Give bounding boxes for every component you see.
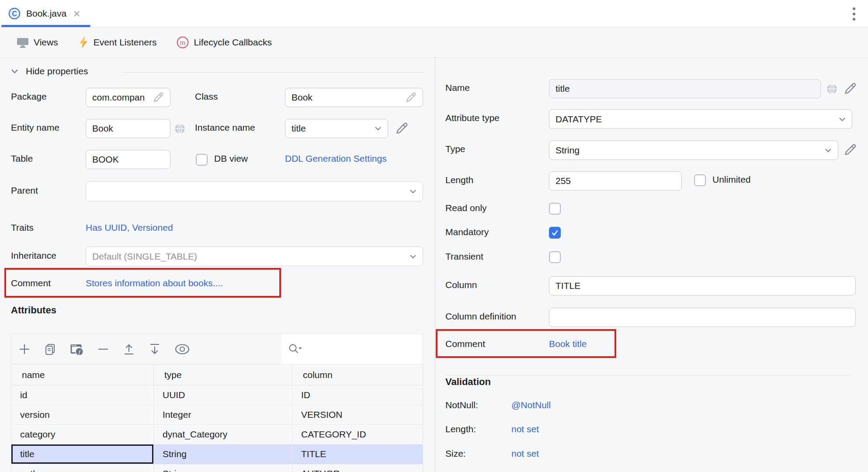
table-row-title-selected[interactable]: title String TITLE [11, 444, 423, 464]
copy-icon[interactable] [44, 343, 56, 355]
hide-properties-label: Hide properties [26, 66, 88, 76]
globe-icon[interactable] [174, 123, 186, 135]
type-dropdown[interactable]: String [549, 140, 838, 160]
inheritance-placeholder: Default (SINGLE_TABLE) [92, 251, 410, 262]
toolbar-item-views[interactable]: Views [17, 37, 58, 48]
length-value: 255 [556, 176, 675, 186]
cell-type[interactable]: String [154, 444, 292, 464]
name-field[interactable]: title [549, 79, 821, 98]
column-header-column: column [292, 364, 423, 385]
attributes-toolbar: f [11, 334, 423, 364]
name-label: Name [445, 83, 470, 93]
toolbar-item-lifecycle-callbacks[interactable]: m Lifecycle Callbacks [177, 36, 272, 49]
close-icon[interactable] [73, 10, 81, 18]
validation-notnull-label: NotNull: [445, 400, 478, 410]
edit-pencil-icon[interactable] [153, 92, 164, 103]
move-down-icon[interactable] [149, 343, 161, 356]
lightning-icon [78, 36, 89, 49]
cell-name[interactable]: title [11, 444, 154, 464]
tab-title: Book.java [26, 8, 66, 19]
table-row-version[interactable]: version Integer VERSION [11, 405, 423, 425]
class-value: Book [292, 92, 405, 103]
package-value: com.compan [92, 92, 153, 103]
cell-name[interactable]: version [11, 405, 154, 425]
validation-notnull-link[interactable]: @NotNull [511, 400, 551, 410]
attribute-type-dropdown[interactable]: DATATYPE [549, 109, 852, 129]
table-row-author[interactable]: author String AUTHOR [11, 464, 423, 472]
cell-column[interactable]: ID [292, 385, 423, 405]
chevron-down-icon [375, 126, 382, 131]
parent-dropdown[interactable] [86, 181, 423, 201]
cell-type[interactable]: String [154, 464, 292, 472]
column-header-name: name [11, 364, 154, 385]
validation-length-link[interactable]: not set [511, 424, 539, 434]
entity-name-field[interactable]: Book [86, 119, 170, 138]
edit-pencil-icon[interactable] [844, 143, 857, 156]
inheritance-dropdown[interactable]: Default (SINGLE_TABLE) [86, 246, 423, 266]
attributes-heading: Attributes [11, 305, 56, 316]
remove-icon[interactable] [97, 343, 109, 355]
active-tab-underline [1, 25, 90, 27]
type-label: Type [445, 144, 465, 154]
add-icon[interactable] [18, 343, 31, 355]
ddl-generation-settings-link[interactable]: DDL Generation Settings [285, 153, 387, 164]
read-only-checkbox[interactable] [549, 203, 561, 215]
instance-name-dropdown[interactable]: title [285, 119, 388, 138]
db-view-checkbox[interactable] [196, 154, 208, 166]
attributes-search-field[interactable] [282, 334, 423, 364]
toolbar-item-label: Lifecycle Callbacks [194, 37, 272, 48]
cell-column[interactable]: VERSION [292, 405, 423, 425]
column-value: TITLE [556, 281, 849, 291]
column-definition-field[interactable] [549, 308, 856, 327]
mandatory-checkbox[interactable] [549, 227, 561, 239]
new-window-f-icon[interactable]: f [70, 343, 83, 356]
attribute-type-value: DATATYPE [556, 114, 839, 125]
cell-name[interactable]: category [11, 425, 154, 444]
visibility-icon[interactable] [174, 344, 190, 355]
cell-type[interactable]: Integer [154, 405, 292, 425]
globe-icon[interactable] [826, 83, 838, 95]
column-field[interactable]: TITLE [549, 276, 856, 295]
table-row-id[interactable]: id UUID ID [11, 385, 423, 405]
cell-type[interactable]: UUID [154, 385, 292, 405]
cell-column[interactable]: CATEGORY_ID [292, 425, 423, 444]
attributes-header-row: name type column [11, 364, 423, 385]
cell-type[interactable]: dynat_Category [154, 425, 292, 444]
cell-name[interactable]: id [11, 385, 154, 405]
column-definition-label: Column definition [445, 311, 516, 322]
kebab-menu-icon[interactable] [852, 7, 856, 21]
svg-text:C: C [12, 10, 17, 17]
edit-pencil-icon[interactable] [395, 122, 408, 135]
tab-book-java[interactable]: C Book.java [0, 0, 81, 27]
chevron-down-icon [11, 69, 18, 74]
cell-column[interactable]: TITLE [292, 444, 423, 464]
hide-properties-toggle[interactable]: Hide properties [11, 66, 88, 76]
edit-pencil-icon[interactable] [405, 92, 417, 103]
edit-pencil-icon[interactable] [844, 82, 857, 95]
length-field[interactable]: 255 [549, 171, 682, 191]
unlimited-checkbox[interactable] [694, 174, 706, 186]
chevron-down-icon [410, 254, 417, 259]
search-icon [288, 343, 303, 355]
annotation-box-entity-comment [4, 268, 281, 298]
validation-heading: Validation [445, 376, 491, 388]
package-field[interactable]: com.compan [86, 88, 170, 107]
cell-name[interactable]: author [11, 464, 154, 472]
attribute-type-label: Attribute type [445, 113, 500, 123]
checkmark-icon [551, 229, 559, 237]
validation-size-link[interactable]: not set [511, 448, 539, 459]
validation-separator [445, 375, 852, 375]
unlimited-label: Unlimited [712, 174, 751, 185]
table-row-category[interactable]: category dynat_Category CATEGORY_ID [11, 425, 423, 444]
inheritance-label: Inheritance [11, 250, 56, 261]
cell-column[interactable]: AUTHOR [292, 464, 423, 472]
tab-bar: C Book.java [0, 0, 868, 28]
name-value: title [556, 83, 814, 94]
move-up-icon[interactable] [123, 343, 135, 356]
table-field[interactable]: BOOK [86, 150, 170, 169]
class-field[interactable]: Book [285, 88, 423, 107]
toolbar-item-event-listeners[interactable]: Event Listeners [78, 36, 157, 49]
transient-checkbox[interactable] [549, 251, 561, 263]
traits-link[interactable]: Has UUID, Versioned [86, 222, 173, 233]
entity-name-value: Book [92, 123, 164, 134]
